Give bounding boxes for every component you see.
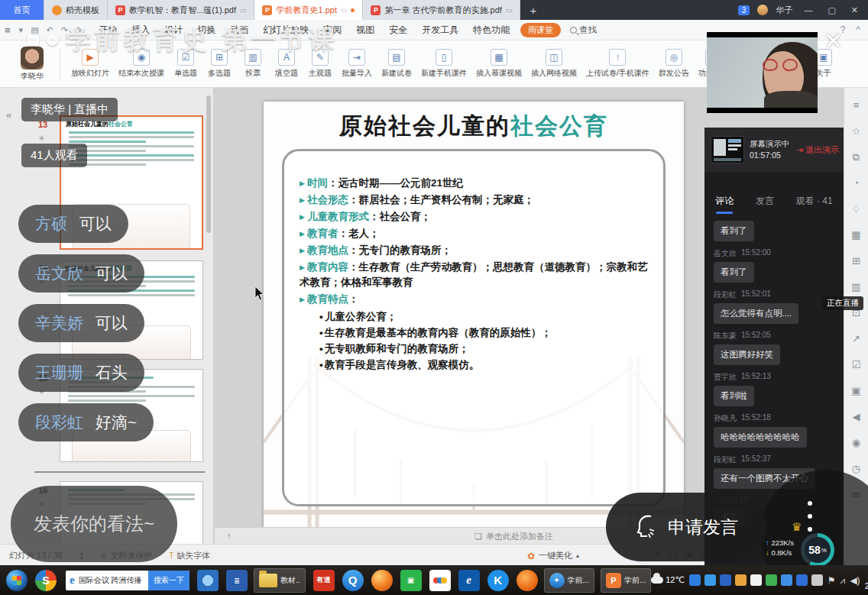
side-tool-icon[interactable]: ☑ <box>852 360 861 370</box>
tab-pdf-1[interactable]: P 教学机智：教育智...蕴(1).pdf ▭ <box>108 0 254 20</box>
tray-icon[interactable] <box>735 574 747 586</box>
panel-scrollbar[interactable] <box>206 95 211 233</box>
rain-classroom-tab[interactable]: 雨课堂 <box>520 23 561 37</box>
volume-icon[interactable]: ◀) <box>850 575 860 586</box>
overlay-close-icon[interactable]: ✕ <box>824 27 843 54</box>
toolbar-button[interactable]: ↑ 上传试卷/手机课件 <box>581 49 654 79</box>
folder-window-button[interactable]: 教材.. <box>254 568 306 593</box>
list-app-icon[interactable]: ≣ <box>226 570 248 591</box>
tab-pdf-2[interactable]: P 第一章 古代学前教育的实施.pdf ▭ <box>363 0 520 20</box>
new-tab-button[interactable]: + <box>520 0 546 20</box>
toolbar-button[interactable]: ▶ 放映幻灯片 <box>66 49 114 79</box>
toolbar-button[interactable]: ▤ 新建试卷 <box>377 49 416 79</box>
more-options-dots[interactable] <box>808 501 812 532</box>
toolbar-button[interactable]: ▯ 新建手机课件 <box>416 49 471 79</box>
account-name[interactable]: 华子 <box>776 5 792 16</box>
qq-window-button[interactable]: ✦ 学前... <box>544 568 594 593</box>
qq-browser-icon[interactable]: Q <box>342 570 364 591</box>
toolbar-button[interactable]: A 填空题 <box>270 49 303 79</box>
tray-icon[interactable] <box>704 574 716 586</box>
ribbon-menu-item[interactable]: 安全 <box>387 22 409 38</box>
side-tool-icon[interactable]: ♢ <box>852 204 861 214</box>
side-tool-icon[interactable]: ☆ <box>852 126 861 136</box>
missing-font-warning[interactable]: T缺失字体 <box>169 550 210 561</box>
webcam-video[interactable] <box>707 32 818 113</box>
save-icon[interactable]: ▤ <box>31 25 38 35</box>
weather-widget[interactable]: 12℃ <box>651 575 685 585</box>
ribbon-menu-item[interactable]: 视图 <box>355 22 376 38</box>
side-tool-icon[interactable]: ▣ <box>851 386 860 396</box>
toolbar-button[interactable]: ◫ 插入网络视频 <box>526 49 581 79</box>
side-tool-icon[interactable]: ▦ <box>851 230 860 240</box>
side-tool-icon[interactable]: ◉ <box>852 438 860 448</box>
sogou-browser-icon[interactable] <box>517 570 538 591</box>
hamburger-icon[interactable]: ≡ <box>5 24 11 36</box>
tray-icon[interactable] <box>750 574 762 586</box>
side-tool-icon[interactable]: ≡ <box>853 100 860 110</box>
apply-to-speak-button[interactable]: 申请发言 <box>606 493 766 561</box>
find-button[interactable]: 查找 <box>570 24 597 36</box>
ribbon-menu-item[interactable]: 开发工具 <box>420 22 460 38</box>
tray-icon[interactable] <box>689 574 701 586</box>
ribbon-menu-item[interactable]: 切换 <box>196 22 217 38</box>
start-button[interactable] <box>6 570 28 591</box>
toolbar-button[interactable]: ◎ 群发公告 <box>654 49 694 79</box>
one-click-beautify-button[interactable]: ✿ 一键美化 ▴ <box>527 550 579 561</box>
format-painter-icon[interactable]: ✎ <box>76 25 83 35</box>
undo-icon[interactable]: ↶ <box>47 25 53 35</box>
collapse-ribbon-icon[interactable]: ^ <box>856 24 860 35</box>
taskbar-clock[interactable]: 16:05 2020-02-24 <box>865 570 868 591</box>
side-tool-icon[interactable]: ↗ <box>852 334 860 344</box>
minimize-button[interactable]: — <box>800 5 816 15</box>
toolbar-button[interactable]: ⊞ 多选题 <box>202 49 236 79</box>
maximize-button[interactable]: ▢ <box>824 5 839 15</box>
message-count-badge[interactable]: 3 <box>738 5 750 15</box>
app-logo-icon[interactable]: ▾ <box>19 25 24 35</box>
ribbon-menu-item[interactable]: 插入 <box>130 22 151 38</box>
tab-home[interactable]: 首页 <box>0 0 44 20</box>
firefox-icon[interactable] <box>371 570 393 591</box>
green-app-icon[interactable]: ▣ <box>400 570 422 591</box>
security-ball-widget[interactable]: 58% <box>801 533 834 567</box>
sogou-icon[interactable]: S <box>35 570 57 591</box>
toolbar-button[interactable]: ▦ 插入慕课视频 <box>471 49 526 79</box>
notes-placeholder[interactable]: ❏单击此处添加备注 <box>474 531 553 542</box>
ribbon-menu-item[interactable]: 动画 <box>228 22 250 38</box>
side-tool-icon[interactable]: ⧉ <box>853 152 860 162</box>
side-tool-icon[interactable]: ▥ <box>851 282 860 292</box>
taskbar-search[interactable]: e 国际会议 跨洲传播 搜索一下 <box>66 571 189 590</box>
youdao-icon[interactable]: 有道 <box>313 570 335 591</box>
tab-speak[interactable]: 发言 <box>756 195 774 214</box>
side-tool-icon[interactable]: ◔ <box>853 178 860 188</box>
toolbar-button[interactable]: ◉ 结束本次授课 <box>114 49 169 79</box>
ribbon-menu-item[interactable]: 审阅 <box>322 22 343 38</box>
ribbon-menu-item[interactable]: 开始 <box>97 22 118 38</box>
ribbon-menu-item[interactable]: 特色功能 <box>471 22 511 38</box>
tab-watchers[interactable]: 观看 · 41 <box>796 195 833 214</box>
side-tool-icon[interactable]: ◷ <box>852 464 860 474</box>
redo-icon[interactable]: ↷ <box>61 25 68 35</box>
panel-collapse-icon[interactable]: « <box>6 109 11 121</box>
toolbar-button[interactable]: ✎ 主观题 <box>303 49 337 79</box>
tab-ppt-active[interactable]: P 学前教育史1.ppt ▭ <box>254 0 363 20</box>
toolbar-button[interactable]: ☑ 单选题 <box>169 49 202 79</box>
account-avatar[interactable] <box>757 5 768 15</box>
close-button[interactable]: ✕ <box>847 5 862 15</box>
toolbar-button[interactable]: ⇥ 批量导入 <box>337 49 377 79</box>
wps-window-button[interactable]: P 学前... <box>601 568 651 593</box>
toolbar-button[interactable]: ▥ 投票 <box>236 49 270 79</box>
flag-icon[interactable]: ⚑ <box>828 575 836 586</box>
tray-icon[interactable] <box>796 574 808 586</box>
tab-comments[interactable]: 评论 <box>715 195 734 214</box>
tray-icon[interactable] <box>766 574 777 586</box>
ribbon-menu-item[interactable]: 设计 <box>163 22 184 38</box>
globe-app-icon[interactable] <box>197 570 219 591</box>
tray-icon[interactable] <box>720 574 731 586</box>
search-go-button[interactable]: 搜索一下 <box>148 571 189 590</box>
ie-app-icon[interactable]: e <box>458 570 480 591</box>
notes-collapse-icon[interactable]: ↑ <box>227 531 232 540</box>
network-icon[interactable]: ⩘ <box>840 575 846 586</box>
tray-icon[interactable] <box>781 574 792 586</box>
tab-docer[interactable]: 稻壳模板 <box>44 0 108 20</box>
side-tool-icon[interactable]: ◀ <box>853 412 860 422</box>
